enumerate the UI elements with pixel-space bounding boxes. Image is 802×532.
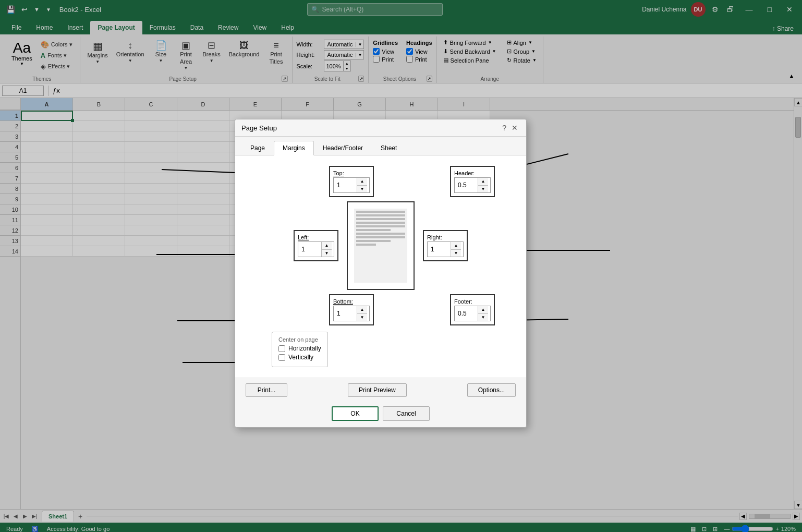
dialog-footer-row2: OK Cancel xyxy=(235,402,526,427)
horizontally-checkbox[interactable] xyxy=(278,345,285,352)
horizontally-option[interactable]: Horizontally xyxy=(278,345,321,352)
preview-line xyxy=(356,244,376,246)
right-spin-down[interactable]: ▼ xyxy=(451,250,461,257)
header-spinner[interactable]: ▲ ▼ xyxy=(454,177,491,193)
top-margin-field: Top: ▲ ▼ xyxy=(329,166,374,197)
dialog-tab-header-footer[interactable]: Header/Footer xyxy=(314,141,372,155)
footer-margin-field: Footer: ▲ ▼ xyxy=(450,294,495,325)
top-spin-down[interactable]: ▼ xyxy=(357,186,367,193)
top-spin-up[interactable]: ▲ xyxy=(357,178,367,186)
dialog-tab-sheet[interactable]: Sheet xyxy=(372,141,406,155)
preview-line xyxy=(356,218,405,220)
preview-line xyxy=(356,236,405,238)
left-spinner[interactable]: ▲ ▼ xyxy=(298,241,334,257)
top-label: Top: xyxy=(333,170,370,176)
left-spin-up[interactable]: ▲ xyxy=(322,242,332,250)
left-label: Left: xyxy=(298,234,334,240)
dialog-help-button[interactable]: ? xyxy=(499,124,509,132)
preview-lines xyxy=(354,209,407,248)
right-spin-up[interactable]: ▲ xyxy=(451,242,461,250)
top-spinner[interactable]: ▲ ▼ xyxy=(333,177,370,193)
dialog-tabs: Page Margins Header/Footer Sheet xyxy=(235,137,526,155)
footer-spinner[interactable]: ▲ ▼ xyxy=(454,306,491,321)
dialog-tab-margins[interactable]: Margins xyxy=(274,141,314,155)
bottom-label: Bottom: xyxy=(333,298,370,305)
left-spin-down[interactable]: ▼ xyxy=(322,250,332,257)
margins-content: Top: ▲ ▼ Header: xyxy=(246,166,516,367)
footer-spin-up[interactable]: ▲ xyxy=(478,306,488,314)
center-section-label: Center on page xyxy=(278,336,321,343)
center-on-page-box: Center on page Horizontally Vertically xyxy=(272,332,328,367)
page-setup-dialog: Page Setup ? ✕ Page Margins Header/Foote… xyxy=(235,119,527,428)
vertically-label: Vertically xyxy=(288,354,313,361)
right-margin-field: Right: ▲ ▼ xyxy=(423,230,468,261)
ok-button[interactable]: OK xyxy=(332,406,379,421)
header-spin-down[interactable]: ▼ xyxy=(478,186,488,193)
bottom-input[interactable] xyxy=(334,307,357,320)
horizontally-label: Horizontally xyxy=(288,345,321,352)
page-preview-inner xyxy=(354,209,407,283)
print-button[interactable]: Print... xyxy=(246,383,287,397)
vertically-option[interactable]: Vertically xyxy=(278,354,321,361)
header-input[interactable] xyxy=(455,179,478,191)
right-spinner[interactable]: ▲ ▼ xyxy=(427,241,464,257)
preview-line xyxy=(356,222,405,224)
bottom-margin-row: Bottom: ▲ ▼ Footer: xyxy=(246,294,516,325)
top-margin-row: Top: ▲ ▼ Header: xyxy=(246,166,516,197)
cancel-button[interactable]: Cancel xyxy=(383,406,430,421)
dialog-footer-row1: Print... Print Preview Options... xyxy=(235,378,526,402)
dialog-titlebar: Page Setup ? ✕ xyxy=(235,119,526,137)
preview-line xyxy=(356,240,391,242)
footer-label: Footer: xyxy=(454,298,491,305)
options-button[interactable]: Options... xyxy=(467,383,516,397)
bottom-spin-up[interactable]: ▲ xyxy=(357,306,367,314)
preview-line xyxy=(356,214,405,216)
middle-margin-row: Left: ▲ ▼ xyxy=(246,201,516,290)
dialog-title: Page Setup xyxy=(241,124,499,132)
header-margin-field: Header: ▲ ▼ xyxy=(450,166,495,197)
modal-overlay: Page Setup ? ✕ Page Margins Header/Foote… xyxy=(0,0,802,532)
dialog-body: Top: ▲ ▼ Header: xyxy=(235,155,526,378)
preview-line xyxy=(356,233,405,235)
preview-line xyxy=(356,229,391,231)
left-input[interactable] xyxy=(298,243,321,256)
preview-line xyxy=(356,211,405,213)
bottom-margin-field: Bottom: ▲ ▼ xyxy=(329,294,374,325)
print-preview-button[interactable]: Print Preview xyxy=(348,383,407,397)
header-spin-up[interactable]: ▲ xyxy=(478,178,488,186)
page-preview xyxy=(347,201,415,290)
bottom-spinner[interactable]: ▲ ▼ xyxy=(333,306,370,321)
bottom-spin-down[interactable]: ▼ xyxy=(357,314,367,321)
vertically-checkbox[interactable] xyxy=(278,354,285,361)
dialog-close-button[interactable]: ✕ xyxy=(509,124,520,132)
right-input[interactable] xyxy=(428,243,451,256)
footer-spin-down[interactable]: ▼ xyxy=(478,314,488,321)
footer-input[interactable] xyxy=(455,307,478,320)
dialog-tab-page[interactable]: Page xyxy=(241,141,274,155)
preview-line xyxy=(356,225,405,227)
top-input[interactable] xyxy=(334,179,357,191)
center-on-page-section: Center on page Horizontally Vertically xyxy=(272,332,328,367)
header-label: Header: xyxy=(454,170,491,176)
left-margin-field: Left: ▲ ▼ xyxy=(294,230,338,261)
right-label: Right: xyxy=(427,234,464,240)
